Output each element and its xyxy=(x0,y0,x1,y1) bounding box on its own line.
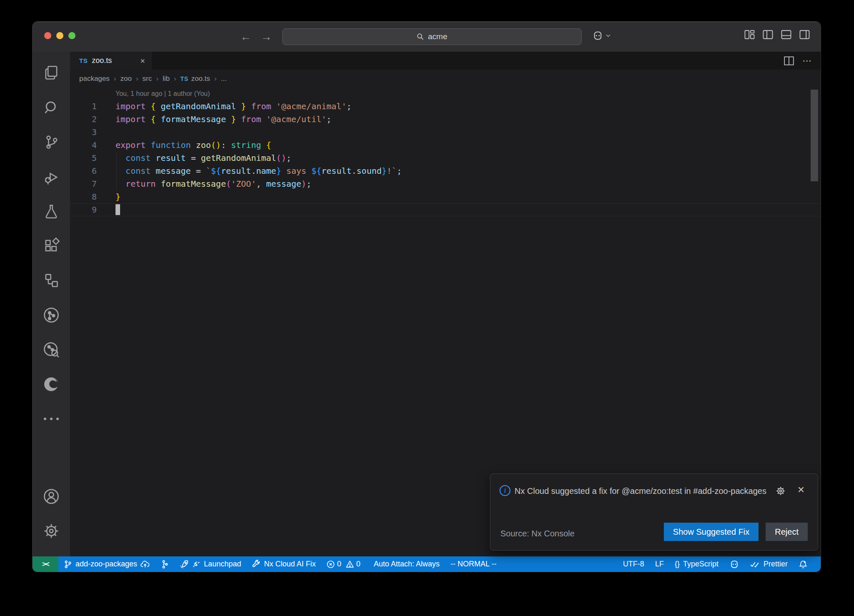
line-number: 9 xyxy=(70,203,97,216)
line-number: 8 xyxy=(70,190,97,203)
vscode-window: ← → acme xyxy=(33,22,821,572)
error-icon xyxy=(327,560,335,568)
gear-icon xyxy=(775,486,786,496)
nx-cloud-ai-fix-item[interactable]: Nx Cloud AI Fix xyxy=(246,556,321,572)
typescript-file-icon: TS xyxy=(181,75,188,82)
search-icon xyxy=(43,99,60,116)
breadcrumb-item[interactable]: src xyxy=(143,75,152,83)
toggle-primary-sidebar-button[interactable] xyxy=(763,30,773,39)
launchpad-label: Launchpad xyxy=(204,560,241,568)
code-line[interactable]: 3 xyxy=(70,126,821,139)
edge-tools-view-button[interactable] xyxy=(33,367,70,401)
show-suggested-fix-button[interactable]: Show Suggested Fix xyxy=(664,523,759,541)
close-window-button[interactable] xyxy=(44,32,51,39)
sidebar-right-icon xyxy=(799,30,810,39)
chevron-down-icon xyxy=(605,33,611,38)
tab-zoo-ts[interactable]: TS zoo.ts × xyxy=(70,52,152,70)
source-control-graph-item[interactable] xyxy=(155,556,174,572)
edge-browser-icon xyxy=(42,375,60,393)
tab-close-button[interactable]: × xyxy=(140,57,145,65)
remote-indicator[interactable]: >< xyxy=(33,556,58,572)
command-center-search[interactable]: acme xyxy=(282,28,582,45)
breadcrumb-item[interactable]: packages xyxy=(79,75,110,83)
code-lines: 1import { getRandomAnimal } from '@acme/… xyxy=(70,100,821,216)
notification-source: Source: Nx Console xyxy=(500,529,575,538)
tab-bar: TS zoo.ts × ⋯ xyxy=(70,52,821,70)
copilot-menu-button[interactable] xyxy=(592,30,611,41)
eol-label: LF xyxy=(655,560,664,568)
reject-button[interactable]: Reject xyxy=(766,523,808,541)
split-editor-icon xyxy=(784,56,794,65)
accounts-button[interactable] xyxy=(33,479,70,513)
formatter-status-item[interactable]: Prettier xyxy=(745,556,793,572)
language-status-item[interactable]: {} TypeScript xyxy=(669,556,724,572)
debug-icon xyxy=(43,168,60,185)
warning-icon xyxy=(346,560,354,568)
tab-label: zoo.ts xyxy=(92,56,136,65)
nx-console-view-button[interactable] xyxy=(33,298,70,332)
copilot-status-item[interactable] xyxy=(724,556,745,572)
beaker-icon xyxy=(43,203,60,220)
activity-bar xyxy=(33,52,70,556)
launchpad-status-item[interactable]: Launchpad xyxy=(174,556,246,572)
branch-status-item[interactable]: add-zoo-packages xyxy=(58,556,155,572)
notification-settings-button[interactable] xyxy=(775,486,786,498)
sidebar-left-icon xyxy=(763,30,773,39)
zoom-window-button[interactable] xyxy=(68,32,75,39)
settings-button[interactable] xyxy=(33,513,70,548)
breadcrumb-separator: › xyxy=(136,75,138,83)
code-line[interactable]: 4export function zoo(): string { xyxy=(70,139,821,152)
auto-attach-status-item[interactable]: Auto Attach: Always xyxy=(368,556,445,572)
eol-status-item[interactable]: LF xyxy=(650,556,669,572)
git-blame-annotation: You, 1 hour ago | 1 author (You) xyxy=(116,90,210,98)
double-check-icon xyxy=(750,561,760,568)
search-view-button[interactable] xyxy=(33,90,70,125)
back-button[interactable]: ← xyxy=(240,30,251,43)
forward-button[interactable]: → xyxy=(261,30,272,43)
vim-mode-status-item[interactable]: -- NORMAL -- xyxy=(445,556,502,572)
breadcrumb-file-label: zoo.ts xyxy=(191,75,210,83)
project-view-button[interactable] xyxy=(33,263,70,298)
code-line[interactable]: 8} xyxy=(70,190,821,203)
toggle-panel-button[interactable] xyxy=(781,30,791,39)
explorer-view-button[interactable] xyxy=(33,55,70,90)
code-line[interactable]: 5 const result = getRandomAnimal(); xyxy=(70,152,821,165)
customize-layout-icon xyxy=(744,30,755,39)
search-value: acme xyxy=(428,32,447,41)
nx-cloud-view-button[interactable] xyxy=(33,332,70,367)
toggle-secondary-sidebar-button[interactable] xyxy=(799,30,810,39)
search-icon xyxy=(417,33,424,40)
problems-status-item[interactable]: 0 0 xyxy=(321,556,368,572)
code-line[interactable]: 6 const message = `${result.name} says $… xyxy=(70,165,821,178)
source-control-view-button[interactable] xyxy=(33,125,70,159)
code-line[interactable]: 2import { formatMessage } from '@acme/ut… xyxy=(70,113,821,126)
testing-view-button[interactable] xyxy=(33,194,70,228)
breadcrumb-symbol-more[interactable]: ... xyxy=(221,75,227,83)
breadcrumb-item[interactable]: zoo xyxy=(120,75,131,83)
code-line[interactable]: 9 xyxy=(70,203,821,216)
customize-layout-button[interactable] xyxy=(744,30,755,39)
additional-views-button[interactable] xyxy=(33,401,70,436)
breadcrumb-separator: › xyxy=(214,75,217,83)
breadcrumb-item[interactable]: lib xyxy=(163,75,170,83)
notifications-bell-button[interactable] xyxy=(793,556,813,572)
code-line[interactable]: 7 return formatMessage('ZOO', message); xyxy=(70,178,821,190)
braces-icon: {} xyxy=(675,560,680,568)
notification-toast: i Nx Cloud suggested a fix for @acme/zoo… xyxy=(490,473,818,551)
encoding-status-item[interactable]: UTF-8 xyxy=(618,556,650,572)
editor-more-actions-button[interactable]: ⋯ xyxy=(802,55,811,66)
rocket-icon xyxy=(180,560,189,569)
split-editor-button[interactable] xyxy=(784,56,794,65)
encoding-label: UTF-8 xyxy=(623,560,644,568)
code-line[interactable]: 1import { getRandomAnimal } from '@acme/… xyxy=(70,100,821,113)
warning-count: 0 xyxy=(356,560,360,568)
run-debug-view-button[interactable] xyxy=(33,159,70,194)
auto-attach-label: Auto Attach: Always xyxy=(374,560,440,568)
minimize-window-button[interactable] xyxy=(56,32,63,39)
info-icon: i xyxy=(500,485,510,496)
notification-close-button[interactable]: × xyxy=(798,484,804,496)
line-number: 4 xyxy=(70,139,97,152)
extensions-view-button[interactable] xyxy=(33,228,70,263)
editor-scrollbar[interactable] xyxy=(811,90,818,181)
breadcrumb-file[interactable]: TS zoo.ts xyxy=(181,75,210,83)
